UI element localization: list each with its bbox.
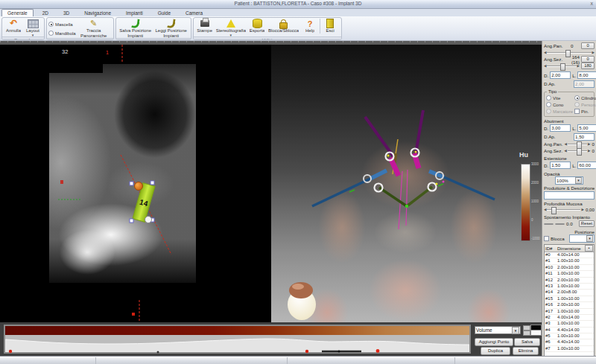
- tab-3d[interactable]: 3D: [57, 9, 75, 16]
- table-row[interactable]: #51.00x10.00: [545, 333, 594, 339]
- annulla-button[interactable]: ↶ Annulla: [4, 19, 23, 33]
- stampe-button[interactable]: Stampe: [195, 19, 215, 33]
- estensione-l-input[interactable]: [577, 162, 596, 169]
- table-row[interactable]: #11.00x10.00: [545, 258, 594, 264]
- opacita-select[interactable]: 100% ▾: [555, 176, 583, 185]
- table-row[interactable]: #64.40x14.00: [545, 339, 594, 345]
- table-row[interactable]: #31.00x10.00: [545, 321, 594, 327]
- volume-3d-viewport[interactable]: Hu 3000 2000 1000 0 -1000: [271, 45, 542, 322]
- implant-apex-handle[interactable]: [135, 182, 143, 191]
- salva-posizione-impianti-button[interactable]: Salva Posizione Impianti: [118, 19, 153, 38]
- bar-green-left[interactable]: [379, 188, 407, 206]
- table-row[interactable]: #131.00x10.00: [545, 284, 594, 290]
- table-row[interactable]: #44.40x14.00: [545, 328, 594, 333]
- control-point-red[interactable]: [9, 350, 12, 353]
- ang-pan-zero-button[interactable]: 0: [581, 42, 595, 49]
- salva-button[interactable]: Salva: [514, 338, 540, 346]
- implant-head-handle[interactable]: [145, 217, 152, 223]
- abutment-d-input[interactable]: [550, 124, 571, 132]
- radio-cono[interactable]: Cono: [546, 101, 573, 108]
- blocca-checkbox[interactable]: [544, 236, 549, 241]
- table-row[interactable]: #122.00x10.00: [545, 278, 594, 284]
- implant-blue-left[interactable]: [370, 170, 387, 179]
- implant-table-header[interactable]: ID# Dimensione ▴: [545, 245, 594, 252]
- checkbox-pin[interactable]: Pin.: [574, 108, 596, 115]
- reset-button[interactable]: Reset: [579, 220, 595, 227]
- control-point-dark[interactable]: [157, 351, 159, 354]
- table-row[interactable]: #04.00x14.00: [545, 252, 594, 258]
- stereolitografia-button[interactable]: Stereolitografia ▾: [215, 19, 247, 36]
- ang-sez-180-button[interactable]: 180: [581, 63, 595, 69]
- color-swatch-small-bottom[interactable]: [523, 331, 530, 336]
- guide-rod-blue-right[interactable]: [444, 177, 495, 199]
- density-gradient-bar[interactable]: [5, 326, 469, 335]
- layout-button[interactable]: Layout ▾: [23, 19, 42, 36]
- help-button[interactable]: ? Help: [300, 19, 320, 33]
- esporta-button[interactable]: Esporta: [247, 19, 267, 33]
- ang-pan-slider[interactable]: ◀▶: [544, 50, 595, 55]
- elimina-button[interactable]: Elimina: [513, 347, 539, 355]
- implant-handle[interactable]: [150, 181, 154, 185]
- ang-sez-slider[interactable]: ◀▶: [544, 63, 580, 68]
- tab-camera[interactable]: Camera: [180, 9, 209, 16]
- col-id-header[interactable]: ID#: [545, 246, 557, 251]
- aggiungi-punto-button[interactable]: Aggiungi Punto: [475, 338, 513, 346]
- guide-rod-blue-left[interactable]: [312, 179, 370, 206]
- histogram-box[interactable]: [4, 325, 471, 354]
- diameter-input[interactable]: [550, 71, 571, 79]
- tab-generale[interactable]: Generale: [1, 9, 34, 16]
- bar-vertex-dot[interactable]: [405, 205, 408, 208]
- table-row[interactable]: #111.00x10.00: [545, 271, 594, 277]
- posizione-select[interactable]: ▾: [569, 234, 595, 243]
- leggi-posizione-impianti-button[interactable]: Leggi Posizione Impianti: [153, 19, 189, 38]
- taskbar[interactable]: [0, 356, 596, 364]
- spostamento-increment-button[interactable]: [555, 223, 565, 225]
- abutment-ang-pan-slider[interactable]: ◀▶: [564, 141, 590, 147]
- close-icon[interactable]: x: [591, 1, 594, 6]
- table-row[interactable]: #71.00x10.00: [545, 346, 594, 352]
- radio-vite[interactable]: Vite: [546, 95, 573, 101]
- slice-marker-square[interactable]: [132, 313, 135, 316]
- table-row[interactable]: #142.00x8.00: [545, 290, 594, 296]
- hu-colorbar[interactable]: [521, 164, 530, 241]
- col-dimensione-header[interactable]: Dimensione: [557, 246, 585, 251]
- implant-handle[interactable]: [130, 182, 133, 185]
- radio-icon: [546, 102, 551, 107]
- radio-mandibola[interactable]: Mandibola: [48, 30, 76, 36]
- radio-mascella[interactable]: Mascella: [48, 21, 76, 28]
- traccia-panoramiche-button[interactable]: ✎ Traccia Panoramiche: [76, 19, 112, 38]
- produttore-input[interactable]: [544, 191, 595, 199]
- color-swatch-small-top[interactable]: [523, 325, 530, 331]
- tab-2d[interactable]: 2D: [37, 9, 54, 16]
- tab-navigazione[interactable]: Navigazione: [78, 9, 117, 16]
- table-row[interactable]: #171.00x10.00: [545, 309, 594, 315]
- control-point-red[interactable]: [376, 349, 380, 353]
- tab-impianti[interactable]: Impianti: [120, 9, 149, 16]
- radio-cilindro[interactable]: Cilindro: [574, 95, 596, 101]
- color-swatch-white[interactable]: [530, 330, 542, 336]
- table-row[interactable]: #151.00x10.00: [545, 296, 594, 302]
- volume-mode-select[interactable]: Volume ▾: [475, 326, 521, 334]
- abutment-ang-sez-slider[interactable]: ◀▶: [564, 148, 590, 153]
- tab-guide[interactable]: Guide: [152, 9, 177, 16]
- ct-slice-viewport[interactable]: 32 1 14: [0, 45, 271, 322]
- implant-handle[interactable]: [130, 219, 133, 223]
- spostamento-decrement-button[interactable]: [544, 223, 554, 225]
- table-sort-button[interactable]: ▴: [585, 245, 593, 252]
- control-point-dark[interactable]: [338, 351, 340, 353]
- table-row[interactable]: #102.00x10.00: [545, 265, 594, 271]
- duplica-button[interactable]: Duplica: [481, 347, 510, 355]
- abutment-l-input[interactable]: [577, 124, 596, 132]
- esci-button[interactable]: Esci: [320, 19, 340, 33]
- control-point-red[interactable]: [305, 350, 308, 353]
- guide-rod-purple-right[interactable]: [416, 110, 423, 153]
- table-row[interactable]: #24.00x14.00: [545, 315, 594, 321]
- abutment-dap-input[interactable]: [574, 133, 595, 141]
- estensione-d-input[interactable]: [550, 162, 571, 169]
- ang-sez-zero-button[interactable]: 0: [581, 56, 595, 63]
- length-input[interactable]: [577, 71, 596, 79]
- blocca-sblocca-button[interactable]: Blocca/Sblocca: [267, 19, 300, 33]
- profondita-slider[interactable]: ◀▶: [544, 207, 584, 212]
- histogram-control-points[interactable]: [5, 348, 469, 355]
- table-row[interactable]: #162.00x10.00: [545, 302, 594, 308]
